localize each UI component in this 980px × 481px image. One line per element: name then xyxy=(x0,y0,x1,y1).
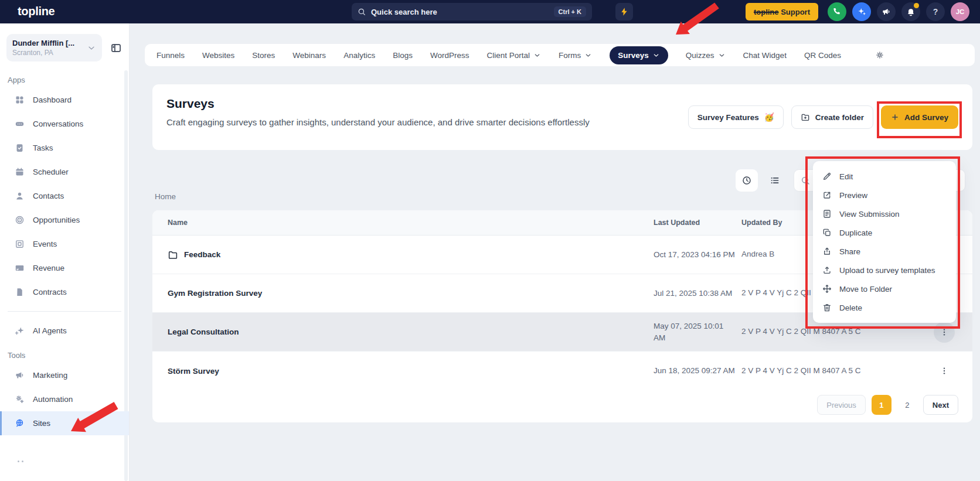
sidebar-collapse-icon[interactable] xyxy=(110,42,122,54)
events-icon xyxy=(15,239,25,249)
tab-websites[interactable]: Websites xyxy=(202,51,234,60)
create-folder-button[interactable]: Create folder xyxy=(791,105,873,129)
tabbar-settings-icon[interactable] xyxy=(875,50,884,60)
sites-tabbar: Funnels Websites Stores Webinars Analyti… xyxy=(145,44,975,66)
conversations-icon xyxy=(15,119,25,129)
pagination: Previous 1 2 Next xyxy=(817,395,958,415)
help-icon: ? xyxy=(933,7,938,16)
tab-wordpress[interactable]: WordPress xyxy=(430,51,469,60)
scheduler-icon xyxy=(15,167,25,177)
tab-client-portal[interactable]: Client Portal xyxy=(486,51,541,60)
revenue-icon xyxy=(15,263,25,273)
menu-item-edit[interactable]: Edit xyxy=(813,167,956,186)
recent-toggle-button[interactable] xyxy=(736,169,758,192)
column-header-last-updated: Last Updated xyxy=(654,219,741,227)
search-icon xyxy=(801,176,810,185)
sidebar-item-revenue[interactable]: Revenue xyxy=(0,256,129,280)
ai-assistant-button[interactable] xyxy=(852,2,871,21)
folder-plus-icon xyxy=(801,112,810,122)
sidebar-item-ai-agents[interactable]: AI Agents xyxy=(0,319,129,343)
main-content: Funnels Websites Stores Webinars Analyti… xyxy=(130,23,980,481)
row-actions-button-active[interactable] xyxy=(934,322,955,343)
sidebar-item-conversations[interactable]: Conversations xyxy=(0,112,129,136)
sidebar-divider xyxy=(8,311,121,312)
menu-item-delete[interactable]: Delete xyxy=(813,298,956,317)
chevron-down-icon xyxy=(533,52,541,59)
view-submission-icon xyxy=(822,209,832,219)
row-context-menu-annotated: Edit Preview View Submission Duplicate S… xyxy=(813,161,956,323)
help-button[interactable]: ? xyxy=(926,2,945,21)
table-row[interactable]: Störm Survey Jun 18, 2025 09:27 AM 2 V P… xyxy=(152,352,972,390)
plus-icon xyxy=(891,113,899,121)
sidebar-item-tasks[interactable]: Tasks xyxy=(0,136,129,160)
app-window: topline Ctrl + K topline Support ? JC Du… xyxy=(0,0,980,481)
app-logo: topline xyxy=(18,5,55,18)
notifications-button[interactable] xyxy=(901,2,920,21)
apps-section-label: Apps xyxy=(0,67,129,88)
menu-item-preview[interactable]: Preview xyxy=(813,186,956,204)
party-emoji-icon: 🥳 xyxy=(764,112,774,122)
sidebar-item-events[interactable]: Events xyxy=(0,232,129,256)
support-button[interactable]: topline Support xyxy=(746,3,818,21)
menu-item-duplicate[interactable]: Duplicate xyxy=(813,223,956,242)
notification-badge xyxy=(914,3,919,8)
sidebar-item-dashboard[interactable]: Dashboard xyxy=(0,88,129,112)
menu-item-upload-to-survey-templates[interactable]: Upload to survey templates xyxy=(813,261,956,279)
topbar-actions: topline Support ? JC xyxy=(746,2,969,21)
move-to-folder-icon xyxy=(822,284,832,294)
user-avatar[interactable]: JC xyxy=(951,2,969,21)
quick-actions-button[interactable] xyxy=(615,3,633,21)
surveys-header-card: Surveys Craft engaging surveys to gather… xyxy=(152,84,972,150)
phone-button[interactable] xyxy=(828,2,846,21)
account-switcher[interactable]: Dunder Mifflin [... Scranton, PA xyxy=(6,34,102,62)
lightning-icon xyxy=(620,7,629,16)
announcements-button[interactable] xyxy=(877,2,896,21)
duplicate-icon xyxy=(822,228,832,237)
previous-page-button[interactable]: Previous xyxy=(817,395,866,415)
tab-surveys[interactable]: Surveys xyxy=(610,46,668,64)
folder-icon xyxy=(168,250,178,260)
menu-item-view-submission[interactable]: View Submission xyxy=(813,204,956,223)
kebab-icon xyxy=(940,328,949,337)
column-header-name: Name xyxy=(168,219,654,227)
tab-analytics[interactable]: Analytics xyxy=(343,51,375,60)
quick-search[interactable]: Ctrl + K xyxy=(352,3,592,21)
dashboard-icon xyxy=(15,95,25,105)
tab-quizzes[interactable]: Quizzes xyxy=(686,51,726,60)
sidebar-item-sites[interactable]: Sites xyxy=(0,411,129,435)
chevron-down-icon xyxy=(652,52,660,59)
page-description: Craft engaging surveys to gather insight… xyxy=(166,115,590,129)
page-2-button[interactable]: 2 xyxy=(897,395,917,415)
sidebar-item-marketing[interactable]: Marketing xyxy=(0,363,129,387)
tab-qr-codes[interactable]: QR Codes xyxy=(804,51,841,60)
sidebar-item-contacts[interactable]: Contacts xyxy=(0,184,129,208)
marketing-icon xyxy=(15,370,25,380)
tab-forms[interactable]: Forms xyxy=(559,51,592,60)
list-view-button[interactable] xyxy=(764,169,786,192)
preview-icon xyxy=(822,190,832,200)
survey-features-button[interactable]: Survey Features🥳 xyxy=(688,105,784,129)
add-survey-button[interactable]: Add Survey xyxy=(881,105,958,129)
page-1-button[interactable]: 1 xyxy=(872,395,891,415)
upload-icon xyxy=(822,265,832,275)
top-navbar: topline Ctrl + K topline Support ? JC xyxy=(0,0,980,23)
sidebar-item-scheduler[interactable]: Scheduler xyxy=(0,160,129,184)
tab-chat-widget[interactable]: Chat Widget xyxy=(743,51,787,60)
tab-webinars[interactable]: Webinars xyxy=(292,51,326,60)
account-location: Scranton, PA xyxy=(12,49,87,57)
tab-funnels[interactable]: Funnels xyxy=(156,51,185,60)
automation-icon xyxy=(15,394,25,404)
edit-icon xyxy=(822,172,832,181)
tab-blogs[interactable]: Blogs xyxy=(393,51,413,60)
sidebar-item-opportunities[interactable]: Opportunities xyxy=(0,208,129,232)
menu-item-move-to-folder[interactable]: Move to Folder xyxy=(813,279,956,298)
sidebar-item-automation[interactable]: Automation xyxy=(0,387,129,411)
menu-item-share[interactable]: Share xyxy=(813,242,956,261)
sidebar-item-contracts[interactable]: Contracts xyxy=(0,280,129,304)
contracts-icon xyxy=(15,287,25,297)
search-input[interactable] xyxy=(371,8,549,16)
tab-stores[interactable]: Stores xyxy=(252,51,275,60)
kebab-icon xyxy=(940,366,949,376)
next-page-button[interactable]: Next xyxy=(923,395,958,415)
row-actions-button[interactable] xyxy=(934,360,955,381)
